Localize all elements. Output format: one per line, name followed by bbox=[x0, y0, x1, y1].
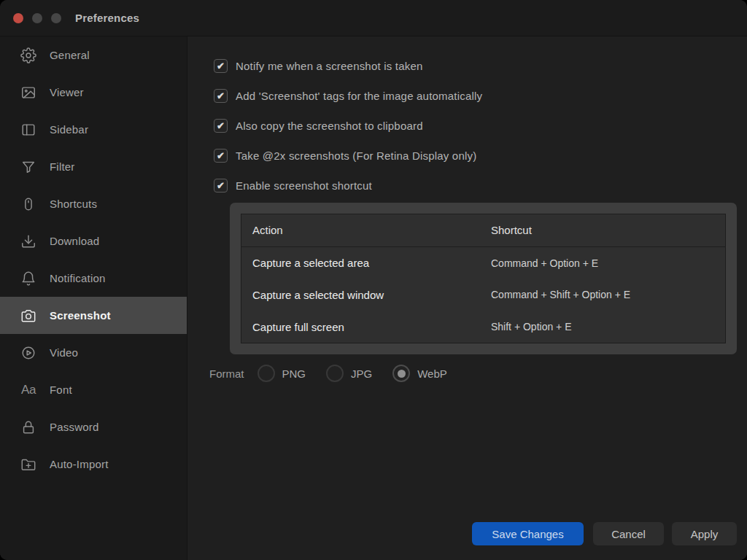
sidebar-item-label: Password bbox=[50, 421, 98, 433]
bell-icon bbox=[20, 270, 37, 287]
action-cell: Capture a selected window bbox=[241, 289, 491, 301]
radio-label: JPG bbox=[351, 368, 372, 380]
shortcut-checkbox[interactable]: ✔ bbox=[214, 179, 228, 192]
shortcut-cell: Command + Shift + Option + E bbox=[491, 289, 725, 300]
button-bar: Save Changes Cancel Apply bbox=[472, 522, 737, 545]
preferences-window: Preferences General Viewer Sidebar bbox=[0, 0, 747, 560]
sidebar-item-password[interactable]: Password bbox=[0, 408, 187, 446]
funnel-icon bbox=[20, 158, 37, 176]
sidebar-item-label: Auto-Import bbox=[50, 458, 109, 470]
checkbox-label: Enable screenshot shortcut bbox=[236, 179, 372, 192]
sidebar-item-filter[interactable]: Filter bbox=[0, 148, 187, 185]
sidebar-item-screenshot[interactable]: Screenshot bbox=[0, 297, 187, 334]
table-row[interactable]: Capture a selected area Command + Option… bbox=[241, 247, 725, 279]
gear-icon bbox=[20, 47, 37, 64]
header-shortcut: Shortcut bbox=[491, 224, 725, 236]
checkmark-icon: ✔ bbox=[217, 91, 225, 101]
sidebar-item-viewer[interactable]: Viewer bbox=[0, 74, 187, 111]
minimize-button[interactable] bbox=[32, 13, 42, 23]
sidebar-item-label: Filter bbox=[50, 160, 75, 173]
sidebar-item-label: Shortcuts bbox=[50, 198, 97, 210]
table-row[interactable]: Capture a selected window Command + Shif… bbox=[241, 279, 725, 311]
sidebar-item-shortcuts[interactable]: Shortcuts bbox=[0, 185, 187, 222]
checkbox-label: Notify me when a screenshot is taken bbox=[236, 60, 423, 72]
image-icon bbox=[20, 84, 37, 101]
sidebar-item-label: Viewer bbox=[50, 86, 84, 98]
checkbox-label: Add 'Screenshot' tags for the image auto… bbox=[236, 90, 482, 102]
sidebar-item-label: Download bbox=[50, 235, 99, 247]
radio-icon bbox=[326, 365, 344, 382]
apply-button[interactable]: Apply bbox=[672, 522, 737, 545]
radio-icon bbox=[258, 365, 275, 382]
format-option-jpg[interactable]: JPG bbox=[326, 365, 372, 382]
checkmark-icon: ✔ bbox=[217, 181, 225, 190]
checkmark-icon: ✔ bbox=[217, 61, 225, 71]
sidebar-item-font[interactable]: Aa Font bbox=[0, 371, 187, 408]
lock-icon bbox=[20, 419, 37, 436]
sidebar-item-video[interactable]: Video bbox=[0, 334, 187, 371]
shortcut-cell: Shift + Option + E bbox=[491, 321, 725, 332]
sidebar-item-label: General bbox=[50, 49, 90, 61]
sidebar-item-label: Video bbox=[50, 346, 78, 359]
shortcut-panel: Action Shortcut Capture a selected area … bbox=[230, 203, 737, 354]
notify-checkbox[interactable]: ✔ bbox=[214, 59, 228, 73]
sidebar-item-download[interactable]: Download bbox=[0, 222, 187, 260]
font-icon: Aa bbox=[20, 381, 37, 399]
save-changes-button[interactable]: Save Changes bbox=[472, 522, 584, 545]
mouse-icon bbox=[20, 195, 37, 213]
sidebar-item-label: Font bbox=[50, 384, 72, 396]
window-title: Preferences bbox=[75, 12, 139, 24]
main-content: ✔ Notify me when a screenshot is taken ✔… bbox=[188, 36, 747, 560]
format-row: Format PNG JPG WebP bbox=[209, 365, 468, 382]
cancel-button[interactable]: Cancel bbox=[593, 522, 664, 545]
table-row[interactable]: Capture full screen Shift + Option + E bbox=[241, 311, 725, 343]
sidebar-item-sidebar[interactable]: Sidebar bbox=[0, 111, 187, 148]
camera-icon bbox=[20, 307, 37, 324]
clipboard-checkbox[interactable]: ✔ bbox=[214, 119, 228, 133]
checkbox-label: Take @2x screenshots (For Retina Display… bbox=[236, 149, 476, 162]
format-option-webp[interactable]: WebP bbox=[392, 365, 447, 382]
close-button[interactable] bbox=[13, 13, 23, 23]
format-label: Format bbox=[209, 368, 244, 380]
checkbox-row-clipboard: ✔ Also copy the screenshot to clipboard bbox=[214, 111, 747, 141]
sidebar-item-label: Sidebar bbox=[50, 123, 88, 136]
shortcut-table: Action Shortcut Capture a selected area … bbox=[241, 214, 726, 343]
checkbox-label: Also copy the screenshot to clipboard bbox=[236, 120, 423, 132]
table-header-row: Action Shortcut bbox=[241, 214, 725, 247]
checkmark-icon: ✔ bbox=[217, 151, 225, 160]
sidebar-item-general[interactable]: General bbox=[0, 36, 187, 74]
shortcut-cell: Command + Option + E bbox=[491, 257, 725, 269]
sidebar-item-notification[interactable]: Notification bbox=[0, 260, 187, 297]
download-icon bbox=[20, 233, 37, 250]
checkbox-row-tags: ✔ Add 'Screenshot' tags for the image au… bbox=[214, 81, 747, 111]
sidebar-item-label: Screenshot bbox=[50, 309, 111, 322]
sidebar: General Viewer Sidebar Filter Shortcuts bbox=[0, 36, 187, 560]
sidebar-item-label: Notification bbox=[50, 272, 106, 284]
play-circle-icon bbox=[20, 344, 37, 362]
tags-checkbox[interactable]: ✔ bbox=[214, 89, 228, 103]
radio-label: PNG bbox=[282, 368, 306, 380]
header-action: Action bbox=[241, 224, 491, 236]
radio-label: WebP bbox=[417, 368, 447, 380]
checkbox-row-shortcut: ✔ Enable screenshot shortcut bbox=[214, 171, 747, 201]
sidebar-item-auto-import[interactable]: Auto-Import bbox=[0, 446, 187, 483]
action-cell: Capture a selected area bbox=[241, 257, 491, 269]
zoom-button[interactable] bbox=[51, 13, 61, 23]
action-cell: Capture full screen bbox=[241, 321, 491, 333]
checkmark-icon: ✔ bbox=[217, 121, 225, 131]
folder-plus-icon bbox=[20, 456, 37, 473]
checkbox-row-retina: ✔ Take @2x screenshots (For Retina Displ… bbox=[214, 141, 747, 171]
checkbox-row-notify: ✔ Notify me when a screenshot is taken bbox=[214, 51, 747, 81]
titlebar: Preferences bbox=[0, 0, 747, 36]
panel-left-icon bbox=[20, 121, 37, 139]
format-option-png[interactable]: PNG bbox=[258, 365, 306, 382]
radio-icon bbox=[392, 365, 410, 382]
retina-checkbox[interactable]: ✔ bbox=[214, 149, 228, 163]
